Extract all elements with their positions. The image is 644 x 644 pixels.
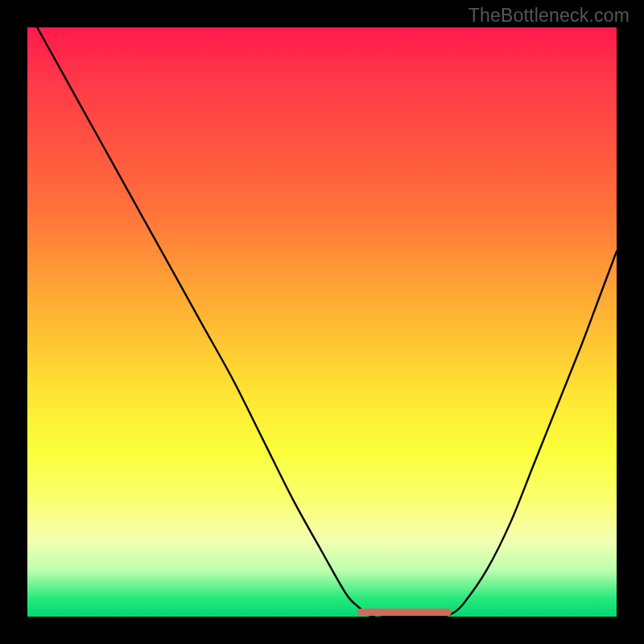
watermark-text: TheBottleneck.com	[469, 5, 630, 27]
optimal-range-marker	[357, 609, 452, 616]
chart-frame: TheBottleneck.com	[0, 0, 644, 644]
bottleneck-curve	[27, 27, 617, 617]
plot-area	[27, 27, 617, 617]
